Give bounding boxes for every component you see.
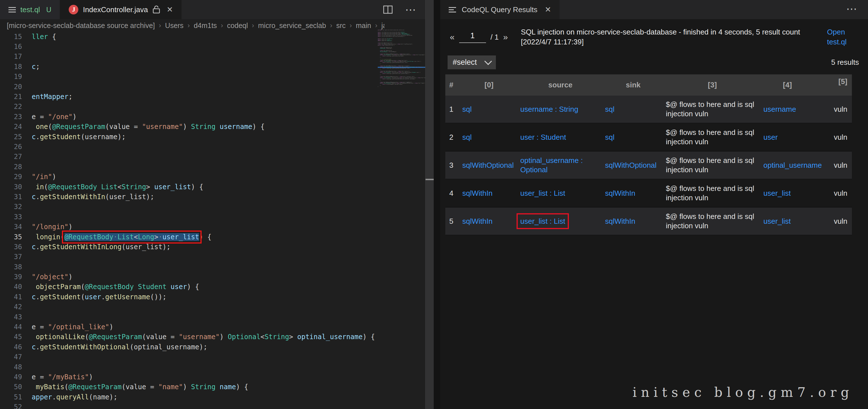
result-col0-link[interactable]: sqlWithOptional [460, 151, 518, 179]
result-col0-link[interactable]: sql [460, 96, 518, 123]
code-line[interactable]: 29"/in") [0, 172, 378, 182]
result-source-link[interactable]: optinal_username : Optional [518, 151, 603, 179]
code-line[interactable]: 32 [0, 202, 378, 212]
column-header-3[interactable]: [3] [663, 75, 761, 96]
result-source-link[interactable]: user : Student [518, 123, 603, 151]
breadcrumb-item[interactable]: Users [165, 22, 184, 30]
code-line[interactable]: 39"/object") [0, 272, 378, 282]
code-line[interactable]: 34"/longin") [0, 222, 378, 232]
page-number-input[interactable]: 1 [459, 31, 486, 43]
minimap[interactable]: package com.l4yn3.microserviceseclab.con… [378, 30, 425, 103]
tab-codeql-query-results[interactable]: CodeQL Query Results ✕ [440, 0, 560, 19]
result-sink-link[interactable]: sql [603, 123, 663, 151]
breadcrumb-item[interactable]: main [356, 22, 371, 30]
column-header-4[interactable]: [4] [761, 75, 814, 96]
code-line[interactable]: 52 [0, 402, 378, 409]
code-line[interactable]: 25c.getStudent(username); [0, 132, 378, 142]
column-header-0[interactable]: [0] [460, 75, 518, 96]
more-actions-icon[interactable]: ⋯ [405, 4, 417, 15]
result-col4-link[interactable]: username [761, 96, 814, 123]
result-sink-link[interactable]: sqlWithIn [603, 179, 663, 207]
close-icon[interactable]: ✕ [166, 5, 173, 14]
close-icon[interactable]: ✕ [545, 5, 551, 14]
result-row[interactable]: 4sqlWithInuser_list : ListsqlWithIn$@ fl… [445, 179, 852, 207]
column-header-[interactable]: # [445, 75, 460, 96]
code-line[interactable]: 36c.getStudentWithInLong(user_list); [0, 242, 378, 252]
code-line[interactable]: 31c.getStudentWithIn(user_list); [0, 192, 378, 202]
result-row[interactable]: 1sqlusername : Stringsql$@ flows to here… [445, 96, 852, 123]
result-col0-link[interactable]: sqlWithIn [460, 207, 518, 235]
line-number: 39 [0, 273, 22, 281]
tab-test-ql[interactable]: test.ql U [0, 0, 60, 19]
result-row[interactable]: 3sqlWithOptionaloptinal_username : Optio… [445, 151, 852, 179]
code-line[interactable]: 42 [0, 302, 378, 312]
code-line[interactable]: 48 [0, 362, 378, 372]
tab-indexcontroller-java[interactable]: J IndexController.java ✕ [60, 0, 181, 19]
result-col4-link[interactable]: user_list [761, 207, 814, 235]
code-line[interactable]: 41c.getStudent(user.getUsername()); [0, 292, 378, 302]
code-line[interactable]: 35 longin(@RequestBody·List<Long>·user_l… [0, 232, 378, 242]
breadcrumb-item[interactable]: micro_service_seclab [258, 22, 326, 30]
code-line[interactable]: 51apper.queryAll(name); [0, 392, 378, 402]
panel-divider[interactable] [434, 0, 440, 409]
result-col4-link[interactable]: user [761, 123, 814, 151]
code-editor[interactable]: 15ller {161718c;192021entMapper;2223e = … [0, 32, 378, 409]
result-row[interactable]: 2sqluser : Studentsql$@ flows to here an… [445, 123, 852, 151]
column-header-sink[interactable]: sink [603, 75, 663, 96]
result-col4-link[interactable]: optinal_username [761, 151, 814, 179]
query-status-text: SQL injection on micro-service-seclab-da… [521, 27, 806, 47]
code-line[interactable]: 22 [0, 102, 378, 112]
code-line[interactable]: 45 optionalLike(@RequestParam(value = "u… [0, 332, 378, 342]
result-col4-link[interactable]: user_list [761, 179, 814, 207]
breadcrumb-item[interactable]: codeql [227, 22, 248, 30]
open-test-ql-link[interactable]: Open test.ql [827, 27, 860, 47]
result-source-link[interactable]: user_list : List [518, 207, 603, 235]
code-line[interactable]: 30 in(@RequestBody List<String> user_lis… [0, 182, 378, 192]
editor-scrollbar[interactable] [425, 0, 434, 409]
code-line[interactable]: 24 one(@RequestParam(value = "username")… [0, 122, 378, 132]
code-line[interactable]: 19 [0, 72, 378, 82]
last-page-button[interactable]: » [503, 32, 508, 42]
select-dropdown[interactable]: #select [447, 55, 496, 69]
result-source-link[interactable]: user_list : List [518, 179, 603, 207]
breadcrumb-item[interactable]: d4m1ts [194, 22, 217, 30]
column-header-5[interactable]: [5] [814, 75, 852, 96]
breadcrumb-item[interactable]: java [381, 22, 384, 30]
split-editor-icon[interactable] [383, 5, 393, 14]
column-header-source[interactable]: source [518, 75, 603, 96]
result-source-link[interactable]: username : String [518, 96, 603, 123]
line-number: 34 [0, 223, 22, 231]
code-line[interactable]: 46c.getStudentWithOptional(optinal_usern… [0, 342, 378, 352]
code-line[interactable]: 17 [0, 52, 378, 62]
result-row[interactable]: 5sqlWithInuser_list : ListsqlWithIn$@ fl… [445, 207, 852, 235]
code-line[interactable]: 20 [0, 82, 378, 92]
code-line[interactable]: 15ller { [0, 32, 378, 41]
code-line[interactable]: 26 [0, 142, 378, 152]
code-line[interactable]: 44e = "/optinal_like") [0, 322, 378, 332]
code-line[interactable]: 21entMapper; [0, 92, 378, 101]
breadcrumb-item[interactable]: src [336, 22, 345, 30]
code-line[interactable]: 38 [0, 262, 378, 272]
result-sink-link[interactable]: sqlWithIn [603, 207, 663, 235]
code-line[interactable]: 43 [0, 312, 378, 322]
code-line[interactable]: 37 [0, 252, 378, 262]
panel-more-icon[interactable]: ⋯ [846, 3, 858, 14]
first-page-button[interactable]: « [450, 32, 455, 42]
code-line[interactable]: 50 myBatis(@RequestParam(value = "name")… [0, 382, 378, 392]
code-line[interactable]: 33 [0, 212, 378, 222]
code-line[interactable]: 16 [0, 41, 378, 52]
breadcrumb-item[interactable]: [micro-service-seclab-database source ar… [7, 22, 155, 30]
code-line[interactable]: 27 [0, 152, 378, 162]
result-sink-link[interactable]: sql [603, 96, 663, 123]
code-line[interactable]: 40 objectParam(@RequestBody Student user… [0, 282, 378, 292]
code-line[interactable]: 23e = "/one") [0, 112, 378, 122]
result-col0-link[interactable]: sql [460, 123, 518, 151]
breadcrumb[interactable]: [micro-service-seclab-database source ar… [0, 19, 384, 32]
code-line[interactable]: 28 [0, 162, 378, 172]
result-sink-link[interactable]: sqlWithOptional [603, 151, 663, 179]
results-controls: #select 5 results [440, 47, 868, 75]
code-line[interactable]: 18c; [0, 62, 378, 71]
code-line[interactable]: 47 [0, 352, 378, 362]
code-line[interactable]: 49e = "/myBatis") [0, 372, 378, 382]
result-col0-link[interactable]: sqlWithIn [460, 179, 518, 207]
